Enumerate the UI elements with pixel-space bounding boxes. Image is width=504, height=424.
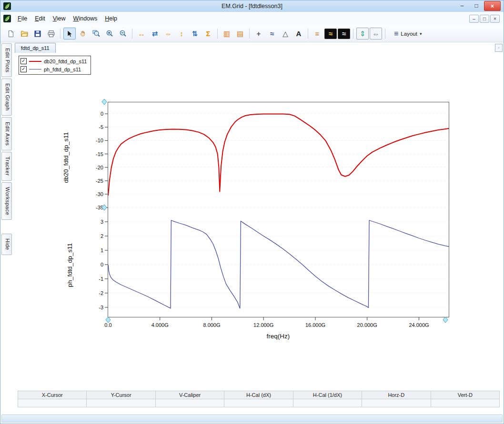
text-label-icon[interactable]: A xyxy=(292,28,305,39)
axis-cursor-diamond[interactable] xyxy=(443,317,448,323)
sidebar-item-edit-axes[interactable]: Edit Axes xyxy=(1,117,12,150)
series-ph_fdtd_dp_s11[interactable] xyxy=(108,220,449,308)
mdi-minimize-button[interactable]: – xyxy=(469,15,479,23)
layout-label: Layout xyxy=(401,31,417,37)
notes-icon[interactable]: ≡ xyxy=(311,28,323,39)
zoom-in-icon[interactable] xyxy=(103,28,116,39)
y-tick-label: -10 xyxy=(96,138,103,143)
meas-value-cell xyxy=(155,399,224,407)
legend-row: ✓db20_fdtd_dp_s11 xyxy=(20,57,87,65)
x-tick-label: 24.000G xyxy=(409,322,429,328)
sidebar-item-workspace[interactable]: Workspace xyxy=(1,182,12,220)
y-axis-title: ph_fdtd_dp_s11 xyxy=(66,243,73,287)
y-tick-label: 1 xyxy=(101,247,103,253)
waveform-phase-icon[interactable]: ≈ xyxy=(338,29,350,39)
app-window: EM.Grid - [fdtdlesson3] – □ × FileEditVi… xyxy=(0,0,504,424)
pan-x-axis-icon[interactable]: ⇄ xyxy=(149,28,161,39)
crosshair-icon[interactable]: + xyxy=(252,28,265,39)
x-tick-label: 4.000G xyxy=(151,322,169,328)
window-title: EM.Grid - [fdtdlesson3] xyxy=(0,3,504,10)
measurement-table: X-CursorY-CursorV-CaliperH-Cal (dX)H-Cal… xyxy=(18,391,500,407)
x-tick-label: 0.0 xyxy=(104,322,111,328)
zoom-out-icon[interactable] xyxy=(117,28,129,39)
legend-checkbox[interactable]: ✓ xyxy=(20,58,27,64)
x-tick-label: 16.000G xyxy=(305,322,325,328)
mdi-close-button[interactable]: × xyxy=(490,15,500,23)
x-tick-label: 12.000G xyxy=(253,322,273,328)
x-tick-label: 8.000G xyxy=(203,322,220,328)
close-button[interactable]: × xyxy=(484,1,501,11)
title-bar: EM.Grid - [fdtdlesson3] – □ × xyxy=(0,0,504,12)
waveform-magnitude-icon[interactable]: ≈ xyxy=(324,29,337,39)
horizontal-markers-icon[interactable]: ▤ xyxy=(234,28,246,39)
toolbar-separator xyxy=(385,29,385,39)
mdi-window-controls: – □ × xyxy=(469,15,500,23)
sidebar-item-hide[interactable]: Hide xyxy=(1,234,12,255)
tab-overflow-button[interactable]: ▫ xyxy=(495,44,503,52)
tab-fdtd-dp-s11[interactable]: fdtd_dp_s11 xyxy=(15,43,56,53)
pan-hand-icon[interactable] xyxy=(77,28,89,39)
save-icon[interactable] xyxy=(31,28,44,39)
select-cursor-icon[interactable] xyxy=(63,28,76,39)
meas-header-vert-d: Vert-D xyxy=(431,391,499,399)
vertical-markers-icon[interactable]: ▥ xyxy=(221,28,233,39)
legend-label: ph_fdtd_dp_s11 xyxy=(44,67,81,72)
plot-legend: ✓db20_fdtd_dp_s11✓ph_fdtd_dp_s11 xyxy=(19,56,91,75)
meas-value-cell xyxy=(293,399,362,407)
menu-help[interactable]: Help xyxy=(101,13,121,24)
delta-marker-icon[interactable]: △ xyxy=(279,28,292,39)
pan-y-axis-icon[interactable]: ⇅ xyxy=(189,28,201,39)
maximize-button[interactable]: □ xyxy=(470,1,483,10)
sidebar-item-tracker[interactable]: Tracker xyxy=(1,152,12,180)
menu-items: FileEditViewWindowsHelp xyxy=(14,13,121,24)
x-tick-label: 20.000G xyxy=(357,322,377,328)
menu-view[interactable]: View xyxy=(49,13,70,24)
layout-lines-icon: ≡ xyxy=(394,30,398,38)
axes-trace-icon[interactable]: ≈ xyxy=(266,28,278,39)
plot-frame xyxy=(108,102,449,317)
autoscale-icon[interactable]: Σ xyxy=(202,28,214,39)
mdi-restore-button[interactable]: □ xyxy=(480,15,489,23)
y-tick-label: -1 xyxy=(99,276,103,282)
stretch-plot-horizontal-icon[interactable]: ⇔ xyxy=(370,28,382,39)
axis-cursor-diamond[interactable] xyxy=(102,99,107,105)
menu-file[interactable]: File xyxy=(14,13,31,24)
menu-windows[interactable]: Windows xyxy=(70,13,101,24)
meas-header-horz-d: Horz-D xyxy=(362,391,431,399)
meas-value-cell xyxy=(224,399,293,407)
expand-y-axis-icon[interactable]: ↕ xyxy=(175,28,188,39)
sidebar-item-edit-graph[interactable]: Edit Graph xyxy=(1,79,12,116)
print-icon[interactable] xyxy=(45,28,57,39)
legend-checkbox[interactable]: ✓ xyxy=(20,66,27,72)
s-parameter-chart: 0-5-10-15-20-25-30-35db20_fdtd_dp_s11321… xyxy=(13,53,497,367)
y-tick-label: -5 xyxy=(99,124,103,130)
toolbar-separator xyxy=(60,29,60,39)
sidebar: Edit PlotsEdit GraphEdit AxesTrackerWork… xyxy=(1,43,12,256)
meas-header-h-cal-1-dx-: H-Cal (1/dX) xyxy=(293,391,362,399)
tab-strip: fdtd_dp_s11 xyxy=(15,42,496,53)
y-tick-label: -15 xyxy=(96,151,103,157)
minimize-button[interactable]: – xyxy=(455,1,469,10)
x-axis-title: freq(Hz) xyxy=(267,333,290,340)
stretch-plot-vertical-icon[interactable]: ⇕ xyxy=(356,28,369,39)
document-logo-icon xyxy=(3,15,11,22)
expand-x-axis-icon[interactable]: ↔ xyxy=(135,28,148,39)
y-axis-title: db20_fdtd_dp_s11 xyxy=(62,132,70,183)
new-file-icon[interactable] xyxy=(5,28,17,39)
menu-edit[interactable]: Edit xyxy=(31,13,49,24)
toolbar-separator xyxy=(132,29,132,39)
layout-dropdown[interactable]: ≡Layout▾ xyxy=(390,28,426,39)
window-controls: – □ × xyxy=(455,1,501,11)
x-axis-limits-icon[interactable]: ⇔ xyxy=(162,28,174,39)
y-tick-label: -2 xyxy=(99,290,103,296)
toolbar: ↔⇄⇔↕⇅Σ▥▤+≈△A≡≈≈⇕⇔≡Layout▾ xyxy=(0,25,504,42)
toolbar-separator xyxy=(308,29,308,39)
series-db20_fdtd_dp_s11[interactable] xyxy=(108,114,449,195)
meas-header-v-caliper: V-Caliper xyxy=(155,391,224,399)
zoom-window-icon[interactable] xyxy=(90,28,102,39)
open-file-icon[interactable] xyxy=(18,28,30,39)
legend-line-sample xyxy=(29,69,41,69)
y-tick-label: 3 xyxy=(101,219,103,225)
sidebar-item-edit-plots[interactable]: Edit Plots xyxy=(1,43,12,77)
meas-value-cell xyxy=(18,399,87,407)
